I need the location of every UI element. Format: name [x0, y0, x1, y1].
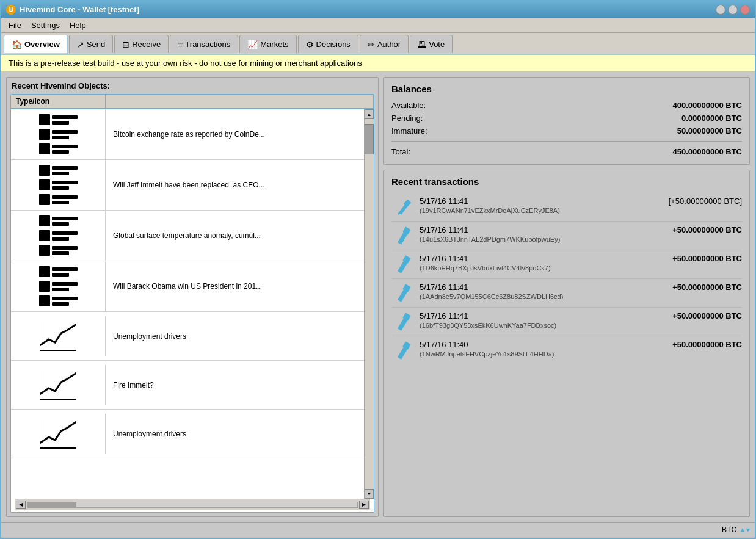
col-desc-header — [106, 95, 374, 108]
table-row[interactable]: Unemployment drivers — [11, 410, 364, 458]
tx-row-2[interactable]: 5/17/16 11:41 +50.00000000 BTC (1D6kbEHq… — [391, 250, 742, 279]
table-row[interactable]: Global surface temperature anomaly, cumu… — [11, 211, 364, 261]
tab-markets[interactable]: 📈 Markets — [239, 35, 296, 53]
app-icon: B — [6, 5, 16, 15]
tx-row-3[interactable]: 5/17/16 11:41 +50.00000000 BTC (1AAdn8e5… — [391, 279, 742, 308]
hammer-icon-0 — [393, 198, 412, 217]
objects-table: Type/Icon — [10, 94, 374, 513]
tx-icon-5 — [391, 340, 413, 361]
decision-icon-0 — [39, 114, 78, 154]
tx-header-0: 5/17/16 11:41 [+50.00000000 BTC] — [420, 197, 742, 206]
market-icon-5 — [40, 370, 76, 400]
scroll-left-button[interactable]: ◀ — [16, 501, 26, 509]
col-type-header: Type/Icon — [11, 95, 106, 108]
scroll-right-button[interactable]: ▶ — [359, 501, 369, 509]
tx-row-1[interactable]: 5/17/16 11:41 +50.00000000 BTC (14u1sX6B… — [391, 222, 742, 250]
hammer-icon-4 — [393, 313, 412, 332]
cell-type-1 — [11, 160, 106, 210]
tab-send[interactable]: ↗ Send — [69, 35, 113, 53]
tx-info-3: 5/17/16 11:41 +50.00000000 BTC (1AAdn8e5… — [420, 283, 742, 300]
table-row[interactable]: Bitcoin exchange rate as reported by Coi… — [11, 109, 364, 160]
menu-settings[interactable]: Settings — [26, 20, 65, 31]
tx-date-2: 5/17/16 11:41 — [420, 254, 468, 263]
title-bar-left: B Hivemind Core - Wallet [testnet] — [6, 5, 139, 15]
tab-overview-label: Overview — [24, 40, 60, 49]
tx-address-3: (1AAdn8e5v7QM155C6Cc6Z8u82SZWDLH6cd) — [420, 293, 742, 300]
transactions-section: Recent transactions 5/17/16 11:41 [+ — [383, 170, 750, 517]
hammer-icon-2 — [393, 255, 412, 275]
tx-address-1: (14u1sX6BTJnnTAL2dPDgm7WKKubofpwuEy) — [420, 236, 742, 243]
scroll-thumb[interactable] — [27, 502, 76, 507]
hammer-icon-3 — [393, 284, 412, 303]
pending-label: Pending: — [391, 114, 423, 123]
tab-vote[interactable]: 🗳 Vote — [410, 35, 453, 53]
scroll-up-button[interactable]: ▲ — [365, 109, 374, 119]
tx-row-0[interactable]: 5/17/16 11:41 [+50.00000000 BTC] (19y1RC… — [391, 193, 742, 222]
tab-overview[interactable]: 🏠 Overview — [4, 35, 68, 53]
menu-help[interactable]: Help — [65, 20, 91, 31]
tx-address-0: (19y1RCwANn71vEZkxMrDoAjXuCzERyJE8A) — [420, 207, 742, 214]
scroll-track[interactable] — [27, 502, 358, 508]
tab-transactions[interactable]: ≡ Transactions — [170, 35, 238, 53]
immature-label: Immature: — [391, 126, 427, 136]
total-value: 450.00000000 BTC — [673, 147, 742, 156]
available-label: Available: — [391, 101, 426, 110]
tx-amount-4: +50.00000000 BTC — [672, 311, 742, 320]
balance-immature: Immature: 50.00000000 BTC — [391, 125, 742, 137]
cell-type-0 — [11, 109, 106, 159]
status-bar: BTC ▲▾ — [1, 522, 755, 537]
tab-decisions[interactable]: ⚙ Decisions — [298, 35, 358, 53]
warning-banner: This is a pre-release test build - use a… — [1, 55, 755, 72]
minimize-button[interactable] — [716, 5, 725, 15]
tx-date-3: 5/17/16 11:41 — [420, 283, 468, 292]
window-controls — [716, 5, 750, 15]
tx-address-5: (1NwRMJnpetsFHVCpzjeYo1s89StTi4HHDa) — [420, 350, 742, 358]
tx-date-0: 5/17/16 11:41 — [420, 197, 468, 206]
vertical-scrollbar[interactable]: ▲ ▼ — [364, 109, 374, 499]
overview-icon: 🏠 — [12, 40, 22, 49]
table-row[interactable]: Unemployment drivers — [11, 312, 364, 361]
send-icon: ↗ — [77, 40, 84, 49]
cell-type-3 — [11, 261, 106, 311]
table-row[interactable]: Fire Immelt? — [11, 361, 364, 410]
maximize-button[interactable] — [728, 5, 738, 15]
sync-arrows-icon: ▲▾ — [739, 526, 750, 534]
close-button[interactable] — [740, 5, 750, 15]
tab-receive[interactable]: ⊟ Receive — [114, 35, 169, 53]
decision-icon-2 — [39, 215, 78, 256]
scrollbar-thumb[interactable] — [365, 124, 374, 154]
decisions-icon: ⚙ — [306, 40, 314, 49]
tab-receive-label: Receive — [132, 40, 161, 49]
cell-desc-4: Unemployment drivers — [106, 327, 364, 345]
tx-amount-3: +50.00000000 BTC — [672, 283, 742, 292]
nav-tabs: 🏠 Overview ↗ Send ⊟ Receive ≡ Transactio… — [1, 33, 755, 55]
table-row[interactable]: Will Barack Obama win US President in 20… — [11, 261, 364, 312]
tab-author[interactable]: ✏ Author — [360, 35, 409, 53]
hammer-icon-5 — [393, 341, 412, 361]
tx-amount-0: [+50.00000000 BTC] — [669, 197, 742, 206]
market-icon-4 — [40, 321, 76, 352]
tx-date-4: 5/17/16 11:41 — [420, 311, 468, 320]
window-title: Hivemind Core - Wallet [testnet] — [20, 5, 139, 14]
tx-header-4: 5/17/16 11:41 +50.00000000 BTC — [420, 311, 742, 320]
table-row[interactable]: Will Jeff Immelt have been replaced, as … — [11, 160, 364, 211]
app-window: B Hivemind Core - Wallet [testnet] File … — [0, 0, 756, 539]
menu-file[interactable]: File — [4, 20, 26, 31]
balance-total: Total: 450.00000000 BTC — [391, 145, 742, 158]
decision-icon-3 — [39, 266, 78, 306]
transactions-icon: ≡ — [178, 40, 183, 49]
cell-desc-3: Will Barack Obama win US President in 20… — [106, 277, 364, 295]
status-btc: BTC ▲▾ — [722, 526, 750, 534]
tx-address-4: (16bfT93g3QY53xsEkK6UwnKYaa7FDBxsoc) — [420, 322, 742, 329]
tx-header-1: 5/17/16 11:41 +50.00000000 BTC — [420, 225, 742, 234]
scroll-down-button[interactable]: ▼ — [365, 489, 374, 499]
tx-row-5[interactable]: 5/17/16 11:40 +50.00000000 BTC (1NwRMJnp… — [391, 336, 742, 364]
cell-type-4 — [11, 316, 106, 356]
tx-icon-1 — [391, 225, 413, 246]
immature-value: 50.00000000 BTC — [677, 126, 742, 136]
tx-header-2: 5/17/16 11:41 +50.00000000 BTC — [420, 254, 742, 263]
available-value: 400.00000000 BTC — [673, 101, 742, 110]
tx-date-1: 5/17/16 11:41 — [420, 225, 468, 234]
tx-row-4[interactable]: 5/17/16 11:41 +50.00000000 BTC (16bfT93g… — [391, 308, 742, 336]
tx-header-3: 5/17/16 11:41 +50.00000000 BTC — [420, 283, 742, 292]
